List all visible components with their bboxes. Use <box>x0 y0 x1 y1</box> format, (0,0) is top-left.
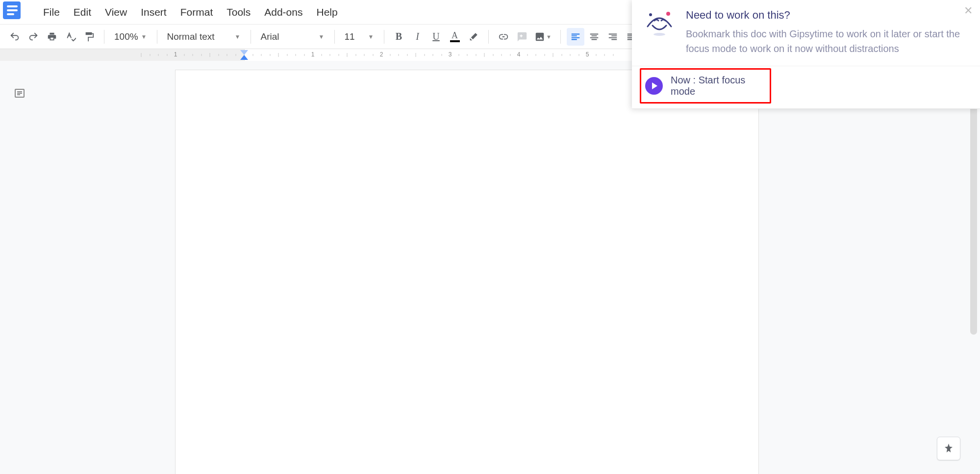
svg-point-54 <box>666 12 670 16</box>
docs-logo[interactable] <box>3 1 25 23</box>
font-size-value: 11 <box>345 31 355 42</box>
insert-link-button[interactable] <box>495 28 512 46</box>
chevron-down-icon: ▼ <box>319 33 325 40</box>
menu-insert[interactable]: Insert <box>134 3 174 21</box>
first-line-indent-marker[interactable] <box>240 50 248 55</box>
zoom-select[interactable]: 100% ▼ <box>110 28 151 46</box>
font-family-value: Arial <box>261 31 279 42</box>
paragraph-style-select[interactable]: Normal text ▼ <box>163 28 245 46</box>
font-family-select[interactable]: Arial ▼ <box>257 28 328 46</box>
chevron-down-icon: ▼ <box>368 33 374 40</box>
align-right-button[interactable] <box>604 28 622 46</box>
svg-point-53 <box>649 13 652 16</box>
align-center-button[interactable] <box>585 28 603 46</box>
menu-help[interactable]: Help <box>309 3 344 21</box>
gipsytime-panel: ✕ Need to work on this? Bookmark this do… <box>632 0 980 109</box>
editor-workspace <box>0 61 980 474</box>
menu-format[interactable]: Format <box>174 3 220 21</box>
menu-tools[interactable]: Tools <box>220 3 257 21</box>
spellcheck-button[interactable] <box>62 28 79 46</box>
chevron-down-icon: ▼ <box>546 34 552 40</box>
paint-format-button[interactable] <box>80 28 98 46</box>
gipsytime-logo-icon <box>644 9 675 40</box>
toolbar-separator <box>560 30 561 44</box>
menu-edit[interactable]: Edit <box>67 3 98 21</box>
panel-divider <box>632 66 980 66</box>
panel-subtitle: Bookmark this doc with Gipsytime to work… <box>686 26 968 56</box>
toolbar-separator <box>334 30 335 44</box>
chevron-down-icon: ▼ <box>235 33 241 40</box>
bold-button[interactable]: B <box>390 28 408 46</box>
close-icon: ✕ <box>964 4 973 17</box>
close-panel-button[interactable]: ✕ <box>962 5 974 17</box>
toolbar-separator <box>157 30 157 44</box>
left-indent-marker[interactable] <box>240 55 248 60</box>
italic-button[interactable]: I <box>409 28 427 46</box>
zoom-value: 100% <box>114 31 138 42</box>
focus-mode-label: Now : Start focus mode <box>671 75 766 97</box>
toolbar-separator <box>488 30 489 44</box>
font-size-select[interactable]: 11 ▼ <box>341 28 378 46</box>
add-comment-button[interactable] <box>513 28 531 46</box>
text-color-button[interactable]: A <box>446 28 464 46</box>
insert-image-button[interactable]: ▼ <box>532 28 554 46</box>
panel-title: Need to work on this? <box>686 9 968 22</box>
redo-button[interactable] <box>25 28 42 46</box>
document-page[interactable] <box>175 70 759 474</box>
explore-button[interactable] <box>937 437 960 460</box>
svg-point-55 <box>653 33 665 36</box>
undo-button[interactable] <box>6 28 24 46</box>
panel-divider <box>632 108 980 109</box>
menu-file[interactable]: File <box>36 3 67 21</box>
document-outline-button[interactable] <box>11 84 28 102</box>
underline-button[interactable]: U <box>427 28 445 46</box>
menu-addons[interactable]: Add-ons <box>257 3 309 21</box>
menu-view[interactable]: View <box>98 3 134 21</box>
vertical-scrollbar[interactable] <box>970 104 977 335</box>
play-icon <box>645 77 663 95</box>
paragraph-style-value: Normal text <box>167 31 215 42</box>
start-focus-mode-button[interactable]: Now : Start focus mode <box>640 68 771 104</box>
chevron-down-icon: ▼ <box>141 33 147 40</box>
toolbar-separator <box>251 30 251 44</box>
highlight-color-button[interactable] <box>465 28 482 46</box>
align-left-button[interactable] <box>567 28 584 46</box>
print-button[interactable] <box>43 28 61 46</box>
toolbar-separator <box>104 30 104 44</box>
toolbar-separator <box>384 30 384 44</box>
